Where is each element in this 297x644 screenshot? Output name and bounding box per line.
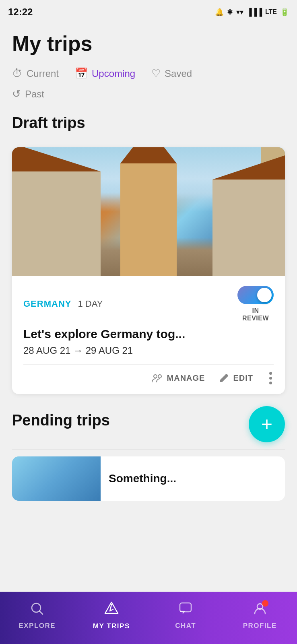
draft-trips-title: Draft trips (12, 114, 285, 132)
nav-my-trips-label: MY TRIPS (93, 622, 130, 630)
nav-explore[interactable]: EXPLORE (0, 602, 74, 630)
add-trip-button[interactable]: + (249, 406, 285, 442)
edit-button[interactable]: EDIT (219, 373, 253, 383)
heart-icon: ♡ (151, 67, 161, 80)
building-right (212, 180, 285, 276)
pending-trips-title: Pending trips (12, 412, 110, 429)
tab-saved[interactable]: ♡ Saved (151, 67, 192, 80)
bluetooth-icon: ✱ (227, 8, 233, 17)
trip-actions: MANAGE EDIT (23, 364, 274, 386)
tab-current[interactable]: ⏱ Current (12, 67, 59, 80)
tab-upcoming-label: Upcoming (92, 68, 135, 79)
edit-label: EDIT (233, 374, 253, 383)
tab-past[interactable]: ↺ Past (12, 88, 285, 100)
draft-trip-card: GERMANY 1 DAY INREVIEW Let's explore Ger… (12, 147, 285, 394)
my-trips-icon (104, 601, 119, 619)
trip-date-from: 28 AUG 21 (23, 345, 70, 356)
nav-chat-label: CHAT (175, 622, 196, 630)
tab-upcoming[interactable]: 📅 Upcoming (75, 67, 135, 80)
nav-chat[interactable]: CHAT (148, 602, 223, 630)
tab-saved-label: Saved (165, 68, 192, 79)
chat-icon (179, 602, 192, 619)
trip-card-body: GERMANY 1 DAY INREVIEW Let's explore Ger… (12, 276, 285, 394)
tab-past-label: Past (25, 89, 44, 100)
building-left (12, 171, 101, 276)
trip-title: Let's explore Germany tog... (23, 327, 274, 341)
pending-card-title: Something... (109, 472, 176, 485)
status-icons: 🔔 ✱ ▾▾ ▐▐▐ LTE 🔋 (215, 8, 289, 17)
svg-point-1 (158, 375, 161, 378)
plus-icon: + (261, 415, 272, 434)
manage-button[interactable]: MANAGE (152, 373, 205, 383)
nav-profile-label: PROFILE (243, 622, 277, 630)
trip-toggle[interactable] (237, 286, 274, 304)
date-arrow: → (73, 345, 86, 356)
filter-tabs: ⏱ Current 📅 Upcoming ♡ Saved (12, 67, 285, 80)
trip-country: GERMANY (23, 299, 71, 309)
trip-meta-left: GERMANY 1 DAY (23, 299, 103, 309)
trip-dates: 28 AUG 21 → 29 AUG 21 (23, 345, 274, 356)
trip-date-to: 29 AUG 21 (86, 345, 133, 356)
pending-card-image (12, 456, 101, 501)
main-content: My trips ⏱ Current 📅 Upcoming ♡ Saved ↺ … (0, 24, 297, 394)
battery-icon: 🔋 (280, 8, 289, 17)
toggle-container: INREVIEW (237, 286, 274, 322)
building-scene (12, 147, 285, 276)
svg-rect-7 (180, 603, 191, 612)
explore-icon (30, 602, 44, 619)
page-title: My trips (12, 32, 285, 55)
nav-profile[interactable]: PROFILE (223, 602, 297, 630)
pending-header: Pending trips + (12, 406, 285, 442)
more-dot-1 (269, 372, 272, 375)
manage-label: MANAGE (167, 374, 205, 383)
status-time: 12:22 (8, 6, 33, 18)
tab-current-label: Current (27, 68, 59, 79)
bell-icon: 🔔 (215, 8, 224, 17)
svg-line-3 (39, 611, 43, 614)
draft-divider (12, 139, 285, 139)
building-center (120, 163, 177, 276)
signal-icon: ▐▐▐ (247, 8, 262, 17)
trip-card-image (12, 147, 285, 276)
trip-duration: 1 DAY (78, 299, 103, 309)
lte-label: LTE (265, 8, 277, 16)
pending-trip-card[interactable]: Something... (12, 456, 285, 501)
manage-icon (152, 373, 163, 383)
svg-point-0 (154, 375, 157, 378)
edit-icon (219, 373, 229, 383)
refresh-icon: ↺ (12, 88, 21, 100)
nav-explore-label: EXPLORE (19, 622, 56, 630)
more-dot-2 (269, 377, 272, 380)
status-bar: 12:22 🔔 ✱ ▾▾ ▐▐▐ LTE 🔋 (0, 0, 297, 24)
profile-badge (262, 600, 268, 607)
bottom-nav: EXPLORE MY TRIPS CHAT (0, 592, 297, 644)
svg-marker-4 (105, 602, 118, 613)
more-button[interactable] (268, 370, 274, 386)
trip-meta-row: GERMANY 1 DAY INREVIEW (23, 286, 274, 322)
nav-my-trips[interactable]: MY TRIPS (74, 601, 149, 630)
clock-icon: ⏱ (12, 67, 23, 80)
bottom-padding (0, 501, 297, 573)
more-dot-3 (269, 382, 272, 384)
pending-card-content: Something... (101, 456, 285, 501)
pending-divider (12, 450, 285, 450)
review-label: INREVIEW (242, 307, 269, 322)
wifi-icon: ▾▾ (236, 8, 243, 17)
pending-section: Pending trips + Something... (0, 406, 297, 501)
profile-icon (253, 602, 267, 619)
calendar-icon: 📅 (75, 67, 88, 80)
